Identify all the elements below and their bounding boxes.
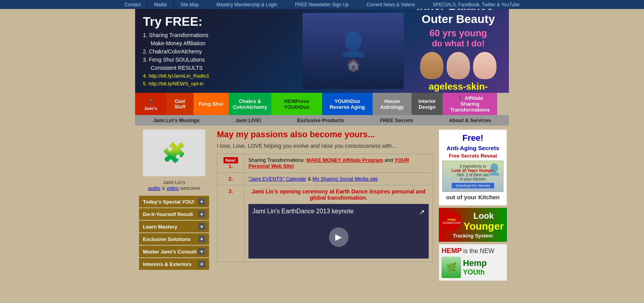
table-row: 2. "Jami EVENTS" Calendar & My Sharing S…: [217, 173, 433, 185]
audio-link[interactable]: audio: [148, 185, 160, 191]
banner-item-2: 2. Chakra/ColorAlchemy: [143, 48, 291, 56]
play-button[interactable]: ▶: [329, 227, 348, 247]
cat-youth[interactable]: YOUthDuo Reverse Aging: [322, 93, 373, 115]
cat-hemp-label: HEMPress: [284, 98, 309, 104]
secrets-image-box[interactable]: 3 ingredients to Look 10 Years Younger H…: [442, 161, 503, 192]
cat-house-label: House: [384, 98, 400, 104]
mastery-link[interactable]: Mastery Membership & Login: [216, 2, 277, 7]
video-link[interactable]: video: [167, 185, 179, 191]
sidebar-item-diy-label: Do-it-Yourself Result: [143, 211, 193, 217]
face-decoration: 👤: [487, 163, 501, 176]
cat-jami[interactable]: 🕴 Jami's: [135, 93, 166, 115]
separator: |: [173, 2, 174, 7]
cat-feng-shui[interactable]: Feng Shui: [194, 93, 229, 115]
puzzle-image-box: 🧩: [143, 129, 205, 176]
sidebar-item-exclusive[interactable]: Exclusive Solutions +: [139, 233, 209, 245]
video-player[interactable]: Jami Lin's EarthDance 2013 keynote ↗ ▶: [248, 204, 429, 259]
youth-label: YOUth: [463, 268, 487, 276]
center-content: May my passions also become yours... I l…: [213, 129, 437, 281]
sidebar-menu: Today's Special YOU! + Do-it-Yourself Re…: [139, 196, 209, 270]
hemp-leaf-icon: 🌿: [442, 257, 461, 278]
cat-chakra[interactable]: Chakra & ColorAlchemy: [229, 93, 271, 115]
sidebar-item-exclusive-label: Exclusive Solutions: [143, 236, 191, 242]
face-images: [413, 52, 503, 79]
welcome-text: welcome: [180, 185, 200, 191]
banner-item-3b: Consistent RESULTS: [143, 64, 291, 72]
sidebar-item-master[interactable]: Master Jami's Consult +: [139, 246, 209, 257]
sidebar-diy-plus-icon[interactable]: +: [198, 211, 205, 218]
exclusive-link[interactable]: Exclusive Products: [297, 117, 344, 123]
sidebar-today-plus-icon[interactable]: +: [198, 198, 205, 205]
anti-aging-text: Anti-Aging Secrets: [442, 145, 503, 151]
free-box: Free! Anti-Aging Secrets Free Secrets Re…: [439, 129, 507, 206]
free-secrets-link[interactable]: FREE Secrets: [380, 117, 413, 123]
content-table: New! 1. Sharing Transformations: MAKE MO…: [217, 154, 433, 262]
events-calendar-link[interactable]: "Jami EVENTS" Calendar: [248, 176, 306, 182]
affiliate-figure-icon: 🕴: [457, 95, 463, 101]
cat-cool-stuff[interactable]: Cool Stuff: [166, 93, 194, 115]
sidebar-master-plus-icon[interactable]: +: [198, 248, 205, 255]
and-text: &: [162, 185, 167, 191]
look-younger-text-block: Look Younger: [463, 211, 504, 231]
separator: |: [147, 2, 148, 7]
tracking-system-text: Tracking System: [442, 233, 504, 239]
cat-affiliate-label: Affiliate: [465, 95, 483, 101]
contact-link[interactable]: Contact: [125, 2, 141, 7]
is-the-new-text: is the NEW: [463, 248, 494, 254]
cat-youthduo-label: YOUthDuo: [284, 104, 310, 110]
hemp-youth-label: Hemp: [463, 258, 487, 268]
make-money-link[interactable]: MAKE MONEY Affiliate Program: [306, 157, 383, 163]
cat-cool-label: Cool: [175, 99, 185, 104]
sitemap-link[interactable]: Site Map: [180, 2, 199, 7]
row-2-num-cell: 2.: [217, 173, 245, 185]
right-sidebar: Free! Anti-Aging Secrets Free Secrets Re…: [437, 129, 509, 281]
cat-hemp[interactable]: HEMPress YOUthDuo: [271, 93, 322, 115]
row-3-num-cell: 3.: [217, 185, 245, 262]
sidebar-item-today[interactable]: Today's Special YOU! +: [139, 196, 209, 207]
newsletter-link[interactable]: FREE Newsletter Sign Up: [295, 2, 349, 7]
look-younger-box[interactable]: FREE MEMBERSHIP Look Younger Tracking Sy…: [439, 208, 507, 242]
main-content-wrapper: 🧩 Jami Lin's audio & video welcome Today…: [135, 126, 509, 281]
sidebar-item-learn[interactable]: Learn Mastery +: [139, 221, 209, 232]
sidebar-item-today-label: Today's Special YOU!: [143, 199, 195, 205]
cat-design-label: Design: [419, 104, 435, 110]
row-2-content: "Jami EVENTS" Calendar & My Sharing Soci…: [245, 173, 433, 185]
sidebar-learn-plus-icon[interactable]: +: [198, 223, 205, 230]
table-row: New! 1. Sharing Transformations: MAKE MO…: [217, 154, 433, 173]
cat-color-label: ColorAlchemy: [233, 104, 267, 110]
news-videos-link[interactable]: Current News & Videos: [366, 2, 415, 7]
media-link[interactable]: Media: [154, 2, 167, 7]
row-1-badge-cell: New! 1.: [217, 154, 245, 173]
cat-house[interactable]: House Astrology: [373, 93, 412, 115]
banner-item-3: 3. Feng Shui SOULutions: [143, 56, 291, 64]
cat-interior-label: Interior: [419, 98, 436, 104]
musings-link[interactable]: Jami Lin's Musings: [153, 117, 199, 123]
social-media-link[interactable]: My Sharing Social Media site: [313, 176, 378, 182]
sidebar-item-master-label: Master Jami's Consult: [143, 249, 196, 255]
specials-link[interactable]: SPECIALS, FaceBook, Twitter & YouTube: [433, 2, 520, 7]
do-what-text: do what I do!: [413, 39, 503, 49]
banner-item-4: 4. http://bit.ly/JamiLin_Radio1: [143, 72, 291, 80]
secondary-navigation: Jami Lin's Musings Jami LIVE! Exclusive …: [135, 115, 509, 126]
banner-item-1b: Make-Money Affiliation: [143, 39, 291, 48]
banner-item-5: 5. http://bit.ly/NEWS_opt-in: [143, 80, 291, 88]
hemp-label: HEMP: [442, 247, 462, 255]
cat-affiliate[interactable]: 🕴 Affiliate Sharing Transformations: [443, 93, 497, 115]
cat-jami-label: Jami's: [144, 106, 157, 111]
sixty-young-text: 60 yrs young: [413, 28, 503, 39]
cat-stuff-label: Stuff: [174, 104, 185, 110]
free-secrets-text: Free Secrets Reveal: [442, 153, 503, 159]
row-1-content: Sharing Transformations: MAKE MONEY Affi…: [245, 154, 433, 173]
cat-astrology-label: Astrology: [380, 104, 404, 110]
share-icon[interactable]: ↗: [419, 208, 425, 216]
hemp-box[interactable]: HEMP is the NEW 🌿 Hemp YOUth: [439, 244, 507, 281]
sidebar-exclusive-plus-icon[interactable]: +: [198, 236, 205, 243]
download-secrets-button[interactable]: Download the Secrets: [452, 183, 494, 188]
about-link[interactable]: About & Services: [449, 117, 491, 123]
ceremony-text: Jami Lin's opening ceremony at Earth Dan…: [248, 188, 429, 201]
sidebar-item-diy[interactable]: Do-it-Yourself Result +: [139, 208, 209, 220]
live-link[interactable]: Jami LIVE!: [236, 117, 261, 123]
sidebar-item-interiors[interactable]: Interiors & Exteriors +: [139, 258, 209, 270]
sidebar-interiors-plus-icon[interactable]: +: [198, 260, 205, 268]
cat-interior[interactable]: Interior Design: [412, 93, 443, 115]
